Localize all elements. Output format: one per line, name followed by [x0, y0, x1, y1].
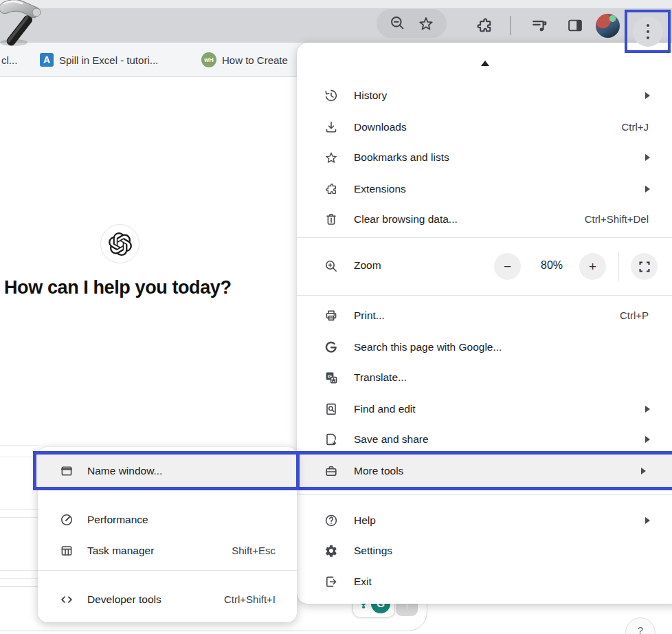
submenu-arrow-icon	[645, 186, 650, 193]
browser-main-menu: History Downloads Ctrl+J Bookmarks and l…	[297, 43, 672, 604]
submenu-item-name-window[interactable]: Name window...	[33, 451, 300, 490]
submenu-arrow-icon	[641, 468, 646, 474]
zoom-out-button[interactable]	[386, 12, 410, 35]
fullscreen-button[interactable]	[631, 253, 658, 280]
help-icon	[324, 514, 338, 527]
bookmark-label: cl...	[1, 54, 17, 66]
page-title: How can I help you today?	[4, 277, 232, 298]
bookmark-label: How to Create	[222, 54, 288, 66]
submenu-arrow-icon	[645, 436, 650, 443]
submenu-arrow-icon	[645, 92, 650, 99]
history-icon	[324, 89, 338, 102]
shortcut-label: Ctrl+Shift+Del	[585, 213, 649, 225]
find-document-icon	[324, 402, 338, 416]
bookmark-favicon: wH	[201, 52, 216, 67]
extensions-button[interactable]	[473, 14, 496, 37]
shortcut-label: Ctrl+P	[620, 309, 649, 321]
toolbox-icon	[324, 464, 338, 478]
zoom-label: Zoom	[354, 259, 381, 272]
bookmark-item[interactable]: cl...	[1, 43, 17, 77]
submenu-item-performance[interactable]: Performance	[38, 504, 297, 535]
kebab-dot	[647, 30, 649, 33]
card-edge-line	[0, 517, 38, 518]
side-panel-button[interactable]	[563, 14, 587, 37]
bookmark-item[interactable]: A Spill in Excel - tutori...	[40, 43, 158, 77]
menu-item-history[interactable]: History	[297, 80, 672, 111]
menu-item-help[interactable]: Help	[297, 505, 672, 536]
exit-icon	[324, 575, 338, 589]
zoom-controls-divider	[618, 252, 619, 281]
menu-item-bookmarks[interactable]: Bookmarks and lists	[297, 142, 672, 173]
bookmark-star-button[interactable]	[414, 12, 438, 35]
side-panel-icon	[566, 17, 584, 34]
kebab-dot	[647, 36, 649, 39]
browser-window: cl... A Spill in Excel - tutori... wH Ho…	[0, 0, 672, 634]
bookmark-label: Spill in Excel - tutori...	[59, 54, 158, 66]
menu-item-zoom: Zoom − 80% +	[297, 251, 672, 282]
puzzle-icon	[324, 182, 338, 196]
browser-toolbar	[0, 8, 672, 43]
menu-item-search-with-google[interactable]: Search this page with Google...	[297, 331, 672, 362]
submenu-arrow-icon	[645, 154, 650, 161]
browser-menu-button[interactable]	[633, 17, 663, 47]
google-g-icon	[324, 340, 338, 354]
star-icon	[324, 151, 338, 164]
menu-item-clear-browsing-data[interactable]: Clear browsing data... Ctrl+Shift+Del	[297, 204, 672, 234]
code-icon	[60, 593, 74, 606]
submenu-arrow-icon	[645, 517, 650, 524]
bookmark-favicon: A	[40, 53, 54, 67]
zoom-minus-button[interactable]: −	[494, 253, 521, 280]
submenu-item-developer-tools[interactable]: Developer tools Ctrl+Shift+I	[38, 584, 297, 615]
menu-item-extensions[interactable]: Extensions	[297, 173, 672, 204]
shortcut-label: Ctrl+J	[621, 121, 649, 133]
media-controls-button[interactable]	[528, 14, 551, 37]
menu-item-settings[interactable]: Settings	[297, 535, 672, 566]
puzzle-icon	[475, 17, 493, 34]
printer-icon	[324, 309, 338, 323]
task-manager-icon	[60, 544, 74, 558]
scroll-up-icon[interactable]	[481, 61, 489, 66]
zoom-plus-button[interactable]: +	[579, 253, 606, 280]
menu-item-more-tools[interactable]: More tools	[293, 451, 672, 490]
menu-highlight-box	[625, 10, 671, 53]
menu-item-print[interactable]: Print... Ctrl+P	[297, 300, 672, 331]
window-frame-strip	[0, 0, 672, 8]
kebab-dot	[647, 24, 649, 27]
card-edge-line	[0, 445, 38, 446]
openai-logo-icon	[109, 232, 132, 256]
shortcut-label: Ctrl+Shift+I	[224, 593, 276, 605]
save-share-icon	[324, 433, 338, 446]
help-badge[interactable]: ?	[625, 617, 656, 634]
bookmark-item[interactable]: wH How to Create	[201, 43, 288, 77]
menu-divider	[297, 237, 672, 238]
menu-divider	[297, 295, 672, 296]
help-badge-label: ?	[638, 624, 643, 634]
speedometer-icon	[60, 513, 74, 527]
shortcut-label: Shift+Esc	[232, 545, 276, 556]
window-icon	[60, 464, 74, 478]
fullscreen-icon	[639, 261, 650, 272]
star-icon	[418, 15, 434, 32]
zoom-star-pill	[377, 9, 447, 38]
card-edge-line	[0, 570, 38, 571]
card-edge-line	[0, 509, 38, 510]
zoom-value: 80%	[530, 259, 573, 272]
more-tools-submenu: Name window... Performance Task manager …	[38, 447, 297, 622]
card-edge-line	[0, 578, 38, 579]
gear-icon	[324, 544, 338, 558]
submenu-item-task-manager[interactable]: Task manager Shift+Esc	[38, 535, 297, 566]
submenu-divider	[38, 570, 297, 571]
media-playlist-icon	[530, 17, 548, 34]
translate-icon: G	[324, 371, 338, 384]
zoom-in-icon	[324, 259, 338, 273]
menu-item-translate[interactable]: G Translate...	[297, 362, 672, 393]
toolbar-divider	[510, 16, 511, 35]
download-icon	[324, 120, 338, 134]
menu-item-find-and-edit[interactable]: Find and edit	[297, 393, 672, 424]
profile-avatar[interactable]	[596, 14, 620, 38]
menu-item-downloads[interactable]: Downloads Ctrl+J	[297, 111, 672, 142]
menu-divider	[297, 494, 672, 495]
menu-item-save-and-share[interactable]: Save and share	[297, 424, 672, 455]
menu-item-exit[interactable]: Exit	[297, 566, 672, 597]
trash-icon	[324, 212, 338, 226]
